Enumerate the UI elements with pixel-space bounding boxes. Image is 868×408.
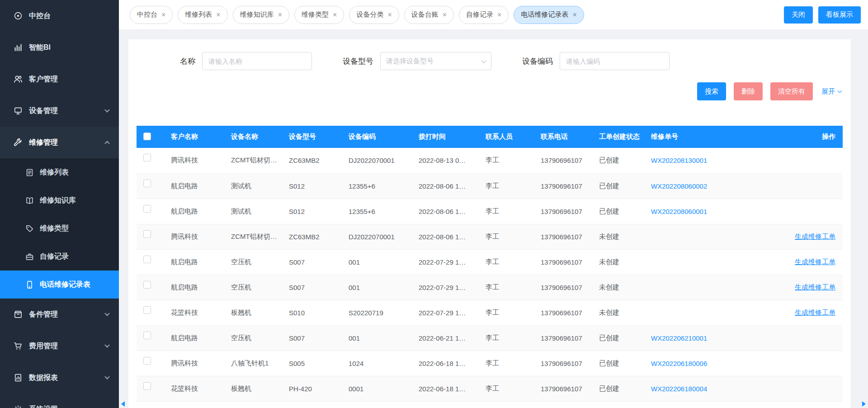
cell-actions (775, 199, 843, 224)
sidebar-item-repair[interactable]: 维修管理 (0, 127, 119, 158)
row-checkbox[interactable] (143, 332, 151, 339)
sidebar-subitem-tag[interactable]: 维修类型 (0, 214, 119, 242)
repair-order-link[interactable]: WX202208060002 (651, 182, 707, 190)
repair-order-link[interactable]: WX202206180006 (651, 360, 707, 367)
row-checkbox[interactable] (143, 230, 151, 238)
sidebar-item-customers[interactable]: 客户管理 (0, 63, 119, 95)
cell-device-code: 12355+6 (344, 199, 414, 224)
close-tab-icon[interactable]: × (572, 11, 576, 19)
sidebar-menu: 中控台 智能BI 客户管理 设备管理 维修管理 维修列表 维修知识库 维修类型 … (0, 0, 119, 408)
cell-device-model: ZC63MB2 (284, 148, 344, 173)
sidebar-subitem-label: 自修记录 (40, 252, 69, 261)
close-tab-icon[interactable]: × (443, 11, 447, 19)
repair-order-link[interactable]: WX202208060001 (651, 208, 707, 215)
chevron-down-icon (481, 58, 486, 63)
model-select-placeholder: 请选择设备型号 (386, 57, 434, 66)
sidebar-item-devices[interactable]: 设备管理 (0, 95, 119, 127)
tab-chip[interactable]: 自修记录 × (459, 6, 509, 24)
tab-chip-label: 设备台账 (411, 10, 439, 19)
tab-chip[interactable]: 维修知识库 × (233, 6, 289, 24)
tab-chip[interactable]: 设备分类 × (349, 6, 399, 24)
phone-record-icon (25, 280, 34, 289)
col-contact-phone: 联系电话 (536, 126, 594, 148)
col-device-model: 设备型号 (284, 126, 344, 148)
generate-order-link[interactable]: 生成维修工单 (795, 258, 835, 266)
code-input[interactable] (560, 52, 670, 70)
sidebar-subitem-label: 维修知识库 (40, 196, 76, 205)
sidebar-item-label: 数据报表 (29, 373, 58, 383)
model-select[interactable]: 请选择设备型号 (380, 52, 491, 70)
generate-order-link[interactable]: 生成维修工单 (795, 283, 835, 291)
clear-all-button[interactable]: 清空所有 (770, 82, 813, 100)
tab-chip[interactable]: 电话维修记录表 × (514, 6, 584, 24)
expand-toggle[interactable]: 展开 (821, 87, 841, 96)
col-order-status: 工单创建状态 (594, 126, 646, 148)
tab-chip-list: 中控台 × 维修列表 × 维修知识库 × 维修类型 × 设备分类 × 设备台账 … (130, 6, 778, 24)
cell-contact-person: 李工 (481, 199, 536, 224)
row-checkbox[interactable] (143, 357, 151, 365)
close-tab-icon[interactable]: × (387, 11, 392, 19)
delete-button[interactable]: 删除 (734, 82, 763, 100)
generate-order-link[interactable]: 生成维修工单 (795, 308, 835, 316)
board-display-button[interactable]: 看板展示 (818, 6, 861, 24)
close-tab-icon[interactable]: × (216, 11, 220, 19)
cell-device-model: PH-420 (284, 376, 344, 401)
knowledge-icon (25, 196, 34, 205)
cell-call-time: 2022-07-29 1… (414, 300, 481, 325)
sidebar-subitem-knowledge[interactable]: 维修知识库 (0, 186, 119, 214)
row-checkbox[interactable] (143, 281, 151, 289)
table-row: 航启电路 空压机 S007 001 2022-07-29 1… 李工 13790… (137, 275, 843, 300)
bi-chart-icon (14, 43, 23, 52)
cell-call-time: 2022-08-13 0… (414, 148, 481, 173)
cell-checkbox (137, 199, 166, 224)
cell-contact-person: 李工 (481, 351, 536, 376)
repair-icon (14, 138, 23, 147)
generate-order-link[interactable]: 生成维修工单 (795, 232, 835, 240)
sidebar-item-report[interactable]: 数据报表 (0, 362, 119, 394)
row-checkbox[interactable] (143, 382, 151, 390)
cell-call-time: 2022-07-29 1… (414, 275, 481, 300)
repair-order-link[interactable]: WX202206180004 (651, 385, 707, 393)
sidebar-item-bi-chart[interactable]: 智能BI (0, 32, 119, 63)
close-tab-icon[interactable]: × (161, 11, 165, 19)
sidebar-subitem-phone-record[interactable]: 电话维修记录表 (0, 270, 119, 299)
cell-customer-name: 腾讯科技 (166, 148, 226, 173)
tab-chip-label: 电话维修记录表 (521, 10, 568, 19)
sidebar-item-settings[interactable]: 系统设置 (0, 394, 119, 408)
scroll-left-arrow[interactable] (121, 401, 125, 407)
tab-chip-label: 维修知识库 (240, 10, 274, 19)
tab-chip[interactable]: 中控台 × (130, 6, 173, 24)
table-header-row: 客户名称 设备名称 设备型号 设备编码 拨打时间 联系人员 联系电话 工单创建状… (137, 126, 843, 148)
table-row: 腾讯科技 八轴飞针机1 S005 1024 2022-06-18 1… 李工 1… (137, 351, 843, 376)
sidebar-item-dashboard[interactable]: 中控台 (0, 0, 119, 32)
row-checkbox[interactable] (143, 154, 151, 161)
close-button[interactable]: 关闭 (784, 6, 813, 24)
cell-call-time: 2022-08-06 1… (414, 173, 481, 199)
close-tab-icon[interactable]: × (333, 11, 337, 19)
sidebar-item-expense[interactable]: 费用管理 (0, 330, 119, 362)
search-button[interactable]: 搜索 (697, 82, 726, 100)
sidebar-subitem-list[interactable]: 维修列表 (0, 158, 119, 186)
sidebar-item-spare-parts[interactable]: 备件管理 (0, 299, 119, 330)
row-checkbox[interactable] (143, 256, 151, 263)
sidebar-item-label: 客户管理 (29, 75, 58, 84)
cell-call-time: 2022-06-21 1… (414, 325, 481, 351)
close-tab-icon[interactable]: × (497, 11, 501, 19)
row-checkbox[interactable] (143, 180, 151, 187)
row-checkbox[interactable] (143, 205, 151, 213)
tab-chip[interactable]: 维修列表 × (178, 6, 227, 24)
close-tab-icon[interactable]: × (278, 11, 282, 19)
scroll-right-arrow[interactable] (862, 401, 866, 407)
repair-order-link[interactable]: WX202208130001 (651, 157, 707, 164)
code-filter-group: 设备编码 (522, 52, 670, 70)
sidebar-subitem-toolbox[interactable]: 自修记录 (0, 242, 119, 270)
chevron-icon (105, 313, 109, 315)
repair-order-link[interactable]: WX202206210001 (651, 334, 707, 342)
chevron-icon (105, 377, 109, 379)
row-checkbox[interactable] (143, 306, 151, 314)
tab-chip[interactable]: 设备台账 × (404, 6, 454, 24)
select-all-checkbox[interactable] (143, 133, 151, 140)
phone-repair-records-table: 客户名称 设备名称 设备型号 设备编码 拨打时间 联系人员 联系电话 工单创建状… (137, 126, 843, 402)
tab-chip[interactable]: 维修类型 × (294, 6, 344, 24)
name-input[interactable] (202, 52, 312, 70)
